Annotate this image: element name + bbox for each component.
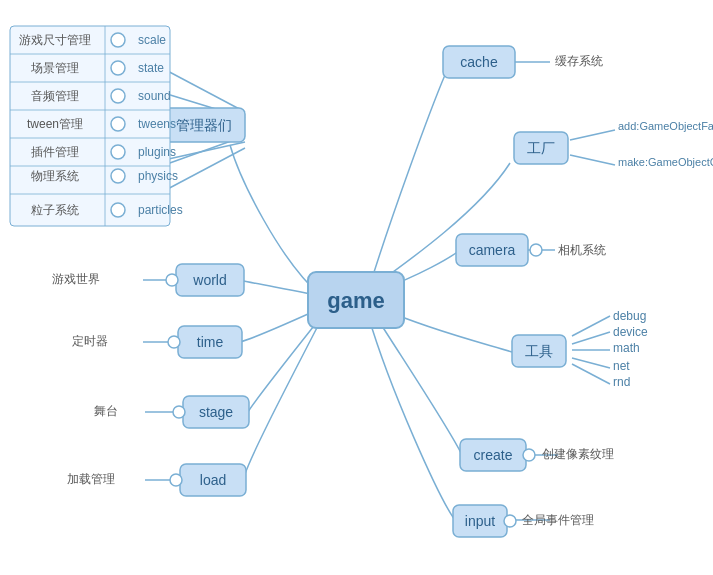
svg-point-32	[111, 33, 125, 47]
create-node-label[interactable]: create	[474, 447, 513, 463]
svg-point-34	[111, 89, 125, 103]
manager-item-4-en: plugins	[138, 145, 176, 159]
tools-node-label[interactable]: 工具	[525, 343, 553, 359]
svg-line-8	[570, 155, 615, 165]
svg-point-55	[170, 474, 182, 486]
manager-item-2-en: sound	[138, 89, 171, 103]
cache-node-label[interactable]: cache	[460, 54, 498, 70]
cache-label: 缓存系统	[555, 54, 603, 68]
svg-point-49	[166, 274, 178, 286]
center-node-label: game	[327, 288, 384, 313]
tool-item-4: rnd	[613, 375, 630, 389]
manager-item-0-en: scale	[138, 33, 166, 47]
svg-point-47	[504, 515, 516, 527]
manager-item-6-cn: 粒子系统	[31, 203, 79, 217]
tool-item-2: math	[613, 341, 640, 355]
manager-item-5-cn: 物理系统	[31, 169, 79, 183]
svg-point-42	[530, 244, 542, 256]
manager-item-4-cn: 插件管理	[31, 145, 79, 159]
svg-point-33	[111, 61, 125, 75]
svg-point-53	[173, 406, 185, 418]
manager-item-6-en: particles	[138, 203, 183, 217]
svg-line-7	[570, 130, 615, 140]
manager-item-5-en: physics	[138, 169, 178, 183]
tool-item-0: debug	[613, 309, 646, 323]
manager-item-1-en: state	[138, 61, 164, 75]
svg-point-37	[111, 169, 125, 183]
svg-point-51	[168, 336, 180, 348]
factory-item-1: make:GameObjectCreator	[618, 156, 713, 168]
factory-item-0: add:GameObjectFactory	[618, 120, 713, 132]
create-label: 创建像素纹理	[542, 447, 614, 461]
tool-item-1: device	[613, 325, 648, 339]
world-node-label[interactable]: world	[192, 272, 226, 288]
manager-item-0-cn: 游戏尺寸管理	[19, 33, 91, 47]
stage-label: 舞台	[94, 404, 118, 418]
time-node-label[interactable]: time	[197, 334, 224, 350]
time-label: 定时器	[72, 334, 108, 348]
svg-line-9	[572, 316, 610, 336]
manager-item-3-cn: tween管理	[27, 117, 83, 131]
factory-node-label[interactable]: 工厂	[527, 140, 555, 156]
input-node-label[interactable]: input	[465, 513, 495, 529]
manager-item-1-cn: 场景管理	[30, 61, 79, 75]
camera-node-label[interactable]: camera	[469, 242, 516, 258]
stage-node-label[interactable]: stage	[199, 404, 233, 420]
load-label: 加载管理	[67, 472, 115, 486]
svg-point-38	[111, 203, 125, 217]
managers-node-label[interactable]: 管理器们	[176, 117, 232, 133]
tool-item-3: net	[613, 359, 630, 373]
input-label: 全局事件管理	[522, 513, 594, 527]
world-label: 游戏世界	[52, 272, 100, 286]
camera-label: 相机系统	[558, 243, 606, 257]
svg-point-45	[523, 449, 535, 461]
svg-point-36	[111, 145, 125, 159]
svg-point-35	[111, 117, 125, 131]
manager-item-2-cn: 音频管理	[31, 89, 79, 103]
manager-item-3-en: tweens	[138, 117, 176, 131]
load-node-label[interactable]: load	[200, 472, 226, 488]
